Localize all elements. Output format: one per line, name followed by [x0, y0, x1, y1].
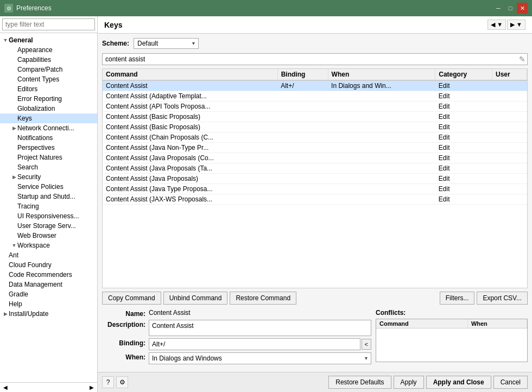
table-row[interactable]: Content Assist (Java Type Proposa...Edit: [103, 184, 527, 194]
sidebar-item-service-policies[interactable]: Service Policies: [0, 182, 97, 192]
settings-button[interactable]: ⚙: [116, 376, 128, 388]
unbind-command-button[interactable]: Unbind Command: [163, 292, 228, 305]
cell-user: [492, 132, 527, 143]
sidebar-item-tracing[interactable]: Tracing: [0, 201, 97, 211]
sidebar-scroll-left[interactable]: ◀: [1, 384, 10, 391]
cell-command: Content Assist (JAX-WS Proposals...: [103, 194, 277, 205]
table-row[interactable]: Content Assist (Basic Proposals)Edit: [103, 112, 527, 122]
name-label: Name:: [102, 309, 145, 318]
maximize-button[interactable]: □: [505, 3, 516, 14]
sidebar-item-search[interactable]: Search: [0, 162, 97, 172]
sidebar-item-notifications[interactable]: Notifications: [0, 133, 97, 143]
sidebar-item-capabilities[interactable]: Capabilities: [0, 55, 97, 65]
commands-table-container: CommandBindingWhenCategoryUser Content A…: [102, 68, 528, 288]
export-csv-button[interactable]: Export CSV...: [477, 292, 528, 305]
table-row[interactable]: Content Assist (Java Proposals)Edit: [103, 174, 527, 184]
sidebar-item-gradle[interactable]: Gradle: [0, 289, 97, 299]
filters-button[interactable]: Filters...: [440, 292, 475, 305]
sidebar-item-startup-shutdown[interactable]: Startup and Shutd...: [0, 192, 97, 201]
cell-when: [328, 174, 435, 184]
cell-binding: [277, 163, 328, 174]
binding-input[interactable]: [149, 338, 360, 350]
restore-command-button[interactable]: Restore Command: [230, 292, 296, 305]
sidebar-item-editors[interactable]: Editors: [0, 84, 97, 94]
sidebar-item-ant[interactable]: Ant: [0, 250, 97, 260]
cell-when: [328, 112, 435, 122]
sidebar-item-content-types[interactable]: Content Types: [0, 74, 97, 84]
cell-user: [492, 143, 527, 153]
conflicts-panel: Conflicts: CommandWhen: [376, 309, 528, 364]
column-header-when[interactable]: When: [328, 69, 435, 80]
table-row[interactable]: Content Assist (JAX-WS Proposals...Edit: [103, 194, 527, 205]
sidebar-item-workspace[interactable]: ▼Workspace: [0, 241, 97, 250]
cell-when: In Dialogs and Win...: [328, 80, 435, 91]
table-row[interactable]: Content Assist (Basic Proposals)Edit: [103, 122, 527, 132]
cancel-button[interactable]: Cancel: [493, 376, 528, 389]
tree-item-label: Gradle: [9, 290, 95, 298]
close-button[interactable]: ✕: [517, 3, 528, 14]
sidebar-item-network-connections[interactable]: ▶Network Connecti...: [0, 123, 97, 133]
column-header-user[interactable]: User: [492, 69, 527, 80]
cell-command: Content Assist (Java Proposals (Ta...: [103, 163, 277, 174]
sidebar-item-appearance[interactable]: Appearance: [0, 45, 97, 55]
column-header-category[interactable]: Category: [435, 69, 492, 80]
sidebar-item-keys[interactable]: Keys: [0, 113, 97, 123]
sidebar-item-code-recommenders[interactable]: Code Recommenders: [0, 270, 97, 280]
search-clear-icon[interactable]: ✎: [519, 55, 525, 64]
nav-back-button[interactable]: ◀ ▼: [487, 20, 506, 30]
sidebar-item-web-browser[interactable]: Web Browser: [0, 231, 97, 241]
action-buttons: Copy Command Unbind Command Restore Comm…: [102, 292, 528, 305]
sidebar-scroll-right[interactable]: ▶: [87, 384, 96, 391]
cell-user: [492, 153, 527, 163]
column-header-command[interactable]: Command: [103, 69, 277, 80]
cell-user: [492, 122, 527, 132]
restore-defaults-button[interactable]: Restore Defaults: [328, 376, 391, 389]
tree-item-label: Workspace: [17, 242, 95, 249]
sidebar-item-data-management[interactable]: Data Management: [0, 280, 97, 289]
tree-expand-icon: ▶: [11, 174, 17, 180]
apply-button[interactable]: Apply: [394, 376, 424, 389]
minimize-button[interactable]: ─: [493, 3, 504, 14]
tree-item-label: Keys: [17, 115, 95, 122]
conflicts-column-command: Command: [376, 319, 467, 328]
apply-close-button[interactable]: Apply and Close: [426, 376, 491, 389]
table-row[interactable]: Content Assist (Java Proposals (Co...Edi…: [103, 153, 527, 163]
table-row[interactable]: Content Assist (Chain Proposals (C...Edi…: [103, 132, 527, 143]
nav-forward-button[interactable]: ▶ ▼: [507, 20, 525, 30]
search-input[interactable]: [102, 53, 528, 65]
commands-table: CommandBindingWhenCategoryUser Content A…: [103, 69, 527, 205]
binding-extra-button[interactable]: <: [362, 339, 371, 350]
sidebar-item-perspectives[interactable]: Perspectives: [0, 143, 97, 153]
cell-user: [492, 91, 527, 102]
cell-category: Edit: [435, 91, 492, 102]
when-select[interactable]: In Dialogs and WindowsIn WindowsAlwaysIn…: [149, 352, 371, 364]
table-row[interactable]: Content Assist (API Tools Proposa...Edit: [103, 102, 527, 112]
table-row[interactable]: Content Assist (Adaptive Templat...Edit: [103, 91, 527, 102]
tree-item-label: General: [9, 36, 95, 44]
help-button[interactable]: ?: [102, 376, 114, 388]
sidebar-item-cloud-foundry[interactable]: Cloud Foundry: [0, 260, 97, 270]
sidebar-item-error-reporting[interactable]: Error Reporting: [0, 94, 97, 104]
filter-input[interactable]: [2, 18, 95, 30]
table-row[interactable]: Content AssistAlt+/In Dialogs and Win...…: [103, 80, 527, 91]
cell-command: Content Assist (Java Type Proposa...: [103, 184, 277, 194]
when-select-wrap: In Dialogs and WindowsIn WindowsAlwaysIn…: [149, 352, 371, 364]
when-row: When: In Dialogs and WindowsIn WindowsAl…: [102, 352, 371, 364]
table-row[interactable]: Content Assist (Java Non-Type Pr...Edit: [103, 143, 527, 153]
sidebar-item-ui-responsiveness[interactable]: UI Responsiveness...: [0, 211, 97, 221]
sidebar-item-user-storage[interactable]: User Storage Serv...: [0, 221, 97, 231]
sidebar-item-globalization[interactable]: Globalization: [0, 104, 97, 113]
sidebar-item-general[interactable]: ▼General: [0, 35, 97, 45]
column-header-binding[interactable]: Binding: [277, 69, 328, 80]
sidebar-item-help[interactable]: Help: [0, 299, 97, 309]
sidebar-item-compare-patch[interactable]: Compare/Patch: [0, 65, 97, 74]
cell-command: Content Assist (Adaptive Templat...: [103, 91, 277, 102]
table-row[interactable]: Content Assist (Java Proposals (Ta...Edi…: [103, 163, 527, 174]
sidebar-item-security[interactable]: ▶Security: [0, 172, 97, 182]
cell-binding: [277, 91, 328, 102]
sidebar-item-project-natures[interactable]: Project Natures: [0, 153, 97, 162]
scheme-select[interactable]: DefaultEmacsMac Classic: [134, 38, 199, 49]
copy-command-button[interactable]: Copy Command: [102, 292, 161, 305]
cell-category: Edit: [435, 163, 492, 174]
sidebar-item-install-update[interactable]: ▶Install/Update: [0, 309, 97, 319]
